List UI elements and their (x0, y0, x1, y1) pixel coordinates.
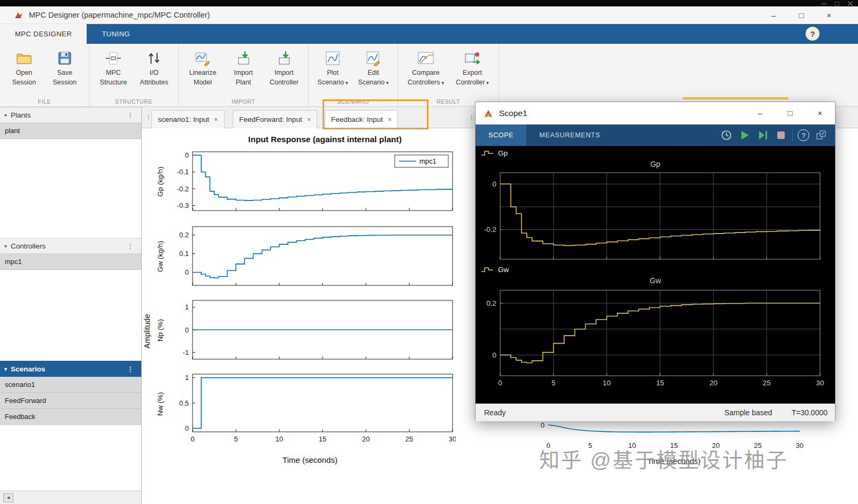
edit-scenario-button[interactable]: Edit Scenario▾ (355, 48, 392, 97)
tab-scenario1-input[interactable]: scenario1: Input × (151, 110, 225, 128)
background-close-icon (848, 1, 853, 6)
gw-response-plot: 00.10.2 (164, 224, 456, 289)
svg-text:0: 0 (185, 268, 189, 276)
svg-text:0: 0 (541, 421, 545, 429)
maximize-button[interactable]: □ (787, 6, 815, 24)
button-label-line: Attributes (140, 78, 168, 87)
plants-panel-header[interactable]: ▾ Plants ⋮ (0, 107, 141, 123)
step-forward-icon[interactable] (756, 129, 769, 142)
svg-text:-0.2: -0.2 (484, 226, 496, 234)
stepping-options-icon[interactable] (719, 129, 733, 142)
kebab-menu-icon[interactable]: ⋮ (124, 365, 137, 373)
gw-signal-legend[interactable]: Gw (476, 262, 835, 276)
sidebar-footer: ◄ (0, 491, 141, 504)
plot-scenario-button[interactable]: Plot Scenario▾ (314, 48, 351, 97)
dock-icon[interactable] (814, 129, 828, 142)
button-label-line: Controller▾ (456, 78, 489, 87)
help-icon[interactable]: ? (806, 27, 819, 41)
io-attributes-icon (144, 49, 164, 67)
svg-text:0: 0 (190, 435, 194, 443)
mpc-structure-button[interactable]: MPC Structure (95, 48, 132, 97)
np-axis-label: Np (%) (155, 298, 165, 362)
amplitude-axis-label: Amplitude (142, 230, 152, 433)
scenario-item[interactable]: Feedback (0, 409, 141, 425)
button-label-line: Linearize (189, 68, 217, 77)
scope-help-icon[interactable]: ? (798, 129, 809, 141)
open-session-button[interactable]: Open Session (5, 48, 43, 97)
background-strip (0, 0, 858, 6)
controllers-panel-title: Controllers (11, 242, 45, 250)
svg-text:-1: -1 (182, 348, 189, 356)
svg-text:0.5: 0.5 (179, 399, 189, 407)
tab-feedforward-input[interactable]: FeedForward: Input × (233, 110, 317, 128)
svg-text:30: 30 (816, 379, 824, 387)
scope-tab-scope[interactable]: SCOPE (476, 125, 526, 146)
toolbar-group-structure: MPC Structure I/O Attributes STRUCTURE (89, 44, 179, 106)
toolbar-group-label: IMPORT (179, 98, 308, 105)
background-window-controls (822, 1, 853, 6)
kebab-menu-icon[interactable]: ⋮ (124, 242, 137, 250)
svg-text:-0.3: -0.3 (177, 201, 189, 210)
scope-icon (483, 108, 494, 118)
scope-tab-measurements[interactable]: MEASUREMENTS (526, 125, 613, 146)
tab-label: scenario1: Input (158, 115, 209, 123)
controller-item[interactable]: mpc1 (0, 254, 141, 270)
gp-response-plot: 0-0.1-0.2-0.3mpc1 (164, 150, 456, 214)
chevron-down-icon: ▾ (4, 243, 7, 249)
chart-title: Input Response (against internal plant) (179, 135, 471, 144)
app-icon (14, 11, 24, 20)
close-tab-icon[interactable]: × (214, 115, 218, 123)
scenario-item[interactable]: scenario1 (0, 377, 141, 393)
linearize-model-button[interactable]: Linearize Model (184, 48, 221, 97)
scenarios-panel-header[interactable]: ▾ Scenarios ⋮ (0, 361, 141, 377)
svg-text:0: 0 (498, 379, 502, 387)
button-label-line: Scenario▾ (318, 78, 348, 87)
plant-item[interactable]: plant (0, 123, 141, 139)
button-label-line: Plot (327, 68, 339, 77)
compare-controllers-icon (416, 49, 435, 67)
collapse-sidebar-icon[interactable]: ◄ (3, 493, 13, 502)
toolbar-group-label: FILE (0, 98, 89, 105)
tab-tuning[interactable]: TUNING (87, 24, 145, 44)
scenario-item[interactable]: FeedForward (0, 393, 141, 409)
run-icon[interactable] (738, 129, 751, 142)
titlebar: MPC Designer (papermachine_mpc/MPC Contr… (0, 6, 858, 24)
button-label-line: Session (12, 78, 36, 87)
chevron-down-icon: ▾ (4, 366, 7, 372)
kebab-menu-icon[interactable]: ⋮ (124, 111, 137, 119)
button-label-line: Import (234, 68, 252, 77)
edit-scenario-icon (364, 49, 383, 67)
tab-feedback-input[interactable]: Feedback: Input × (325, 110, 398, 128)
close-tab-icon[interactable]: × (307, 115, 311, 123)
save-icon (55, 49, 74, 67)
scope-maximize-button[interactable]: □ (775, 102, 805, 124)
svg-text:10: 10 (275, 435, 283, 443)
kebab-menu-icon[interactable]: ⋮ (468, 113, 475, 121)
export-controller-button[interactable]: Export Controller▾ (451, 48, 493, 97)
close-tab-icon[interactable]: × (388, 115, 392, 123)
controllers-panel-header[interactable]: ▾ Controllers ⋮ (0, 238, 141, 254)
stop-icon[interactable] (774, 129, 787, 142)
svg-text:0.1: 0.1 (179, 250, 189, 258)
gp-signal-legend[interactable]: Gp (476, 146, 835, 160)
svg-text:1: 1 (185, 374, 189, 382)
scope-minimize-button[interactable]: – (745, 102, 775, 124)
svg-text:-0.2: -0.2 (177, 185, 189, 193)
button-label-line: Export (463, 68, 482, 77)
import-controller-button[interactable]: Import Controller (265, 48, 303, 97)
minimize-button[interactable]: – (760, 6, 787, 24)
scope-display: Gp Gp 0-0.2 Gw Gw 0.20051015202530 (476, 146, 835, 404)
scope-ribbon: SCOPE MEASUREMENTS ? (476, 125, 835, 146)
scope-close-button[interactable]: × (805, 102, 835, 124)
close-button[interactable]: × (815, 6, 843, 24)
browser-sidebar: ▾ Plants ⋮ plant ▾ Controllers ⋮ mpc1 ▾ … (0, 107, 142, 504)
tab-mpc-designer[interactable]: MPC DESIGNER (0, 24, 87, 44)
gp-axis-label: Gp (kg/h) (155, 150, 165, 214)
save-session-button[interactable]: Save Session (46, 48, 83, 97)
nw-response-plot: 00.51051015202530 (164, 372, 456, 453)
io-attributes-button[interactable]: I/O Attributes (135, 48, 173, 97)
compare-controllers-button[interactable]: Compare Controllers▾ (403, 48, 448, 97)
import-plant-button[interactable]: Import Plant (225, 48, 262, 97)
nw-axis-label: Nw (%) (155, 372, 165, 436)
svg-text:mpc1: mpc1 (419, 157, 436, 165)
